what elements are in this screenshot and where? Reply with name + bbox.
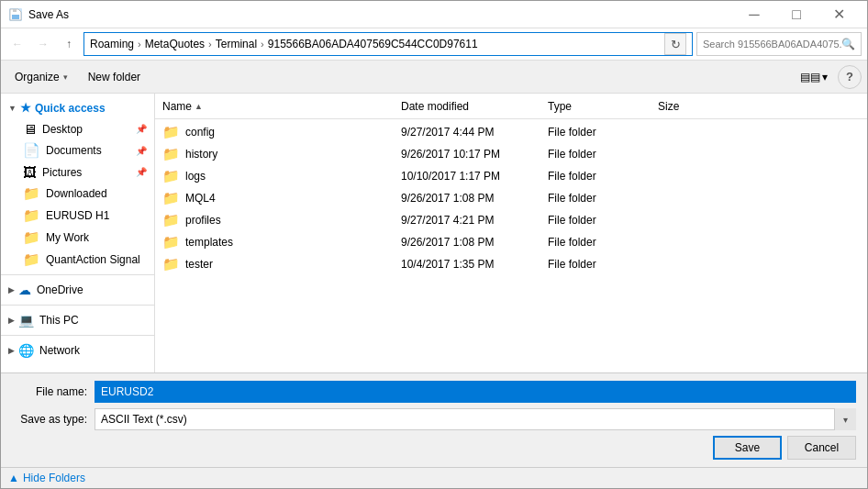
filetype-select[interactable]: ASCII Text (*.csv): [95, 408, 856, 430]
filetype-row: Save as type: ASCII Text (*.csv) ▾: [12, 408, 856, 430]
quick-access-chevron: ▼: [8, 104, 17, 113]
mywork-label: My Work: [46, 231, 89, 244]
network-header[interactable]: ▶ 🌐 Network: [1, 339, 154, 361]
folder-icon: 📁: [162, 256, 180, 272]
help-button[interactable]: ?: [838, 65, 862, 89]
maximize-button[interactable]: □: [775, 1, 818, 28]
dialog-title: Save As: [28, 8, 733, 21]
minimize-button[interactable]: ─: [733, 1, 775, 28]
main-area: ▼ ★ Quick access 🖥 Desktop 📌 📄 Documents…: [1, 94, 867, 372]
thispc-label: This PC: [39, 314, 79, 327]
pictures-icon: 🖼: [23, 164, 37, 180]
close-button[interactable]: ✕: [818, 1, 860, 28]
organize-button[interactable]: Organize ▾: [6, 64, 76, 90]
sidebar-item-eurusdh1[interactable]: 📁 EURUSD H1: [1, 205, 154, 227]
crumb-terminal[interactable]: Terminal: [216, 38, 257, 50]
crumb-sep-3: ›: [261, 39, 264, 50]
search-icon: 🔍: [841, 38, 855, 50]
file-type-mql4: File folder: [548, 192, 658, 205]
table-row[interactable]: 📁 profiles 9/27/2017 4:21 PM File folder: [155, 209, 867, 231]
onedrive-chevron: ▶: [8, 285, 15, 295]
file-name-templates: 📁 templates: [162, 234, 401, 250]
col-header-type[interactable]: Type: [544, 100, 654, 113]
nav-divider-3: [1, 335, 154, 336]
filename-row: File name:: [12, 381, 856, 403]
organize-chevron: ▾: [63, 72, 68, 82]
table-row[interactable]: 📁 templates 9/26/2017 1:08 PM File folde…: [155, 231, 867, 253]
file-type-config: File folder: [548, 126, 658, 139]
folder-icon: 📁: [162, 212, 180, 228]
col-header-size[interactable]: Size: [654, 100, 728, 113]
sidebar-item-desktop[interactable]: 🖥 Desktop 📌: [1, 118, 154, 139]
pictures-label: Pictures: [42, 166, 82, 179]
documents-icon: 📄: [23, 142, 40, 159]
nav-divider-2: [1, 305, 154, 306]
desktop-icon: 🖥: [23, 121, 37, 137]
sidebar-item-quantaction[interactable]: 📁 QuantAction Signal: [1, 249, 154, 271]
hide-folders-button[interactable]: ▲ Hide Folders: [8, 472, 85, 484]
quick-access-star-icon: ★: [20, 101, 31, 115]
search-input[interactable]: [703, 39, 841, 50]
address-bar[interactable]: Roaming › MetaQuotes › Terminal › 915566…: [83, 32, 693, 56]
hide-folders-label: Hide Folders: [23, 472, 85, 484]
navigation-pane: ▼ ★ Quick access 🖥 Desktop 📌 📄 Documents…: [1, 94, 155, 372]
filetype-label: Save as type:: [12, 413, 95, 426]
table-row[interactable]: 📁 MQL4 9/26/2017 1:08 PM File folder: [155, 187, 867, 209]
eurusdh1-label: EURUSD H1: [46, 209, 109, 222]
svg-rect-2: [13, 9, 17, 12]
file-name-config: 📁 config: [162, 124, 401, 140]
filename-input[interactable]: [95, 381, 856, 403]
sidebar-item-documents[interactable]: 📄 Documents 📌: [1, 139, 154, 161]
column-headers: Name ▲ Date modified Type Size: [155, 94, 867, 119]
downloaded-icon: 📁: [23, 185, 40, 202]
mywork-icon: 📁: [23, 229, 40, 246]
folder-icon: 📁: [162, 146, 180, 162]
crumb-roaming[interactable]: Roaming: [90, 38, 134, 50]
search-box: 🔍: [696, 32, 862, 56]
footer: ▲ Hide Folders: [1, 467, 867, 488]
quick-access-header[interactable]: ▼ ★ Quick access: [1, 97, 154, 118]
table-row[interactable]: 📁 logs 10/10/2017 1:17 PM File folder: [155, 165, 867, 187]
desktop-pin-icon: 📌: [136, 124, 147, 134]
nav-divider-1: [1, 274, 154, 275]
table-row[interactable]: 📁 config 9/27/2017 4:44 PM File folder: [155, 121, 867, 143]
col-header-name[interactable]: Name ▲: [159, 100, 397, 113]
forward-icon: →: [38, 38, 49, 50]
hide-folders-chevron-icon: ▲: [8, 472, 19, 484]
onedrive-label: OneDrive: [37, 283, 83, 296]
new-folder-button[interactable]: New folder: [80, 64, 149, 90]
save-as-dialog: Save As ─ □ ✕ ← → ↑ Roaming › MetaQuotes: [0, 0, 868, 489]
table-row[interactable]: 📁 history 9/26/2017 10:17 PM File folder: [155, 143, 867, 165]
network-label: Network: [39, 344, 80, 357]
sort-icon: ▲: [195, 102, 203, 111]
save-button[interactable]: Save: [713, 436, 782, 460]
folder-icon: 📁: [162, 190, 180, 206]
view-button[interactable]: ▤▤ ▾: [794, 64, 834, 90]
cancel-button[interactable]: Cancel: [787, 436, 856, 460]
up-icon: ↑: [66, 38, 72, 50]
sidebar-item-downloaded[interactable]: 📁 Downloaded: [1, 183, 154, 205]
view-chevron: ▾: [822, 71, 828, 83]
quantaction-icon: 📁: [23, 251, 40, 268]
thispc-header[interactable]: ▶ 💻 This PC: [1, 309, 154, 331]
crumb-guid[interactable]: 915566BA06ADA407569C544CC0D97611: [268, 38, 478, 50]
desktop-label: Desktop: [42, 123, 83, 136]
network-icon: 🌐: [18, 343, 34, 358]
crumb-metaquotes[interactable]: MetaQuotes: [145, 38, 205, 50]
title-bar: Save As ─ □ ✕: [1, 1, 867, 28]
crumb-sep-1: ›: [138, 39, 141, 50]
onedrive-header[interactable]: ▶ ☁ OneDrive: [1, 279, 154, 301]
file-date-mql4: 9/26/2017 1:08 PM: [401, 192, 548, 205]
sidebar-item-mywork[interactable]: 📁 My Work: [1, 227, 154, 249]
forward-button[interactable]: →: [32, 33, 54, 55]
col-header-date[interactable]: Date modified: [397, 100, 544, 113]
file-type-logs: File folder: [548, 170, 658, 183]
filetype-select-wrap: ASCII Text (*.csv) ▾: [95, 408, 856, 430]
svg-rect-1: [12, 15, 19, 19]
back-icon: ←: [12, 38, 23, 50]
back-button[interactable]: ←: [6, 33, 28, 55]
sidebar-item-pictures[interactable]: 🖼 Pictures 📌: [1, 161, 154, 183]
refresh-button[interactable]: ↻: [664, 33, 686, 55]
table-row[interactable]: 📁 tester 10/4/2017 1:35 PM File folder: [155, 253, 867, 275]
up-button[interactable]: ↑: [58, 33, 80, 55]
